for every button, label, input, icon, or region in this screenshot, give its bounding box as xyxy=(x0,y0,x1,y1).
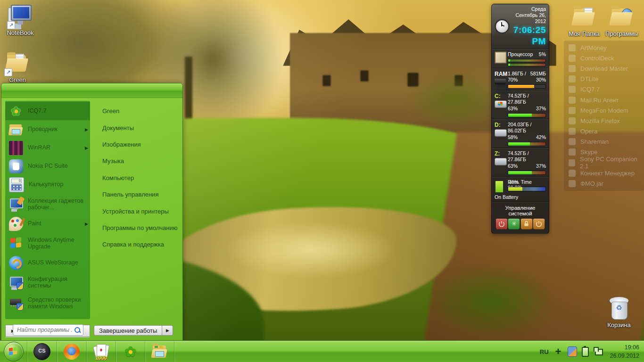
shutdown-button[interactable]: Завершение работы xyxy=(94,325,162,336)
asus-webstorage-icon xyxy=(9,256,23,270)
taskbar-item-icq[interactable]: ✿ xyxy=(116,341,145,362)
start-menu-item-icq[interactable]: ✿ ICQ7.7 xyxy=(5,102,90,120)
taskbar-item-counter-strike[interactable] xyxy=(27,341,57,362)
gadget-clock-section: Среда Сентябрь 26, 2012 7:06:25 PM xyxy=(492,4,549,49)
tray-battery-icon[interactable] xyxy=(582,347,589,357)
ghost-list-item[interactable]: Коннект Менеджер xyxy=(564,168,644,178)
item-label: Green xyxy=(102,107,119,115)
taskbar-clock[interactable]: 19:06 26.09.2012 xyxy=(610,343,639,360)
start-menu-documents[interactable]: Документы xyxy=(94,119,180,136)
open-folder-documents-icon xyxy=(572,5,596,29)
icq-flower-icon: ✿ xyxy=(123,344,139,360)
desktop-icon-notebook[interactable]: ↗ NoteBook xyxy=(0,4,41,36)
tray-network-icon[interactable] xyxy=(594,347,603,356)
clock-time: 19:06 xyxy=(610,343,639,352)
search-input[interactable] xyxy=(13,327,74,333)
language-indicator[interactable]: RU xyxy=(540,348,549,355)
explorer-folder-icon xyxy=(9,123,23,137)
desktop-icon-recycle-bin[interactable]: ♻ Корзина xyxy=(599,296,639,329)
item-label: Windows Anytime Upgrade xyxy=(28,237,88,250)
cpu-value: 5% xyxy=(539,51,546,58)
taskbar-item-explorer[interactable] xyxy=(145,341,174,362)
restart-button[interactable]: ✳ xyxy=(508,218,520,230)
desktop-icon-green[interactable]: ↗ Green xyxy=(0,51,38,83)
shutdown-options-arrow[interactable]: ▶ xyxy=(162,325,173,336)
ghost-item-label: ControlDeck xyxy=(580,55,614,62)
drive-sizes: 204.03ГБ / 86.02ГБ xyxy=(508,122,546,134)
start-button[interactable] xyxy=(0,341,27,362)
ghost-item-label: ICQ7.7 xyxy=(580,86,600,93)
drive-letter: D: xyxy=(495,122,501,128)
ghost-list-item[interactable]: DTLite xyxy=(564,74,644,84)
ghost-list-item[interactable]: ICQ7.7 xyxy=(564,84,644,95)
ghost-list-item[interactable]: ControlDeck xyxy=(564,53,644,63)
taskbar-item-firefox[interactable] xyxy=(57,341,87,362)
app-icon xyxy=(569,128,576,135)
paint-palette-icon xyxy=(9,217,23,231)
ghost-list-item[interactable]: Shareman xyxy=(564,137,644,147)
show-hidden-icons-button[interactable]: + xyxy=(555,347,561,356)
start-menu-user-folder[interactable]: Green xyxy=(94,103,180,119)
ghost-list-item[interactable]: Opera xyxy=(564,126,644,137)
shortcut-arrow-icon: ↗ xyxy=(7,21,15,29)
start-menu-control-panel[interactable]: Панель управления xyxy=(94,186,180,203)
start-menu-item-calculator[interactable]: Калькулятор xyxy=(5,175,90,194)
ghost-item-label: Shareman xyxy=(580,138,609,145)
ghost-list-item[interactable]: Mail.Ru Агент xyxy=(564,95,644,105)
item-label: ICQ7.7 xyxy=(28,107,88,114)
battery-bar xyxy=(508,187,546,191)
standby-power-icon xyxy=(536,221,542,227)
drive-used-pct: 63% xyxy=(508,106,518,112)
start-menu-music[interactable]: Музыка xyxy=(94,153,180,169)
start-menu-item-asus-webstorage[interactable]: ASUS WebStorage xyxy=(5,254,90,272)
app-icon xyxy=(569,97,576,104)
ghost-list-item[interactable]: Mozilla Firefox xyxy=(564,115,644,126)
start-menu-item-gadgets[interactable]: Коллекция гаджетов рабочег... xyxy=(5,194,90,214)
shutdown-label: Завершение работы xyxy=(99,327,157,334)
gadget-drive-c-section: C: 74.52ГБ / 27.86ГБ 63%37% xyxy=(492,90,549,119)
ram-bar xyxy=(508,84,546,89)
start-menu-item-nokia[interactable]: Nokia PC Suite xyxy=(5,157,90,175)
shutdown-button[interactable] xyxy=(495,218,508,230)
ram-chip-icon xyxy=(495,79,506,83)
start-menu-item-explorer[interactable]: Проводник ▶ xyxy=(5,120,90,139)
app-icon xyxy=(569,86,576,93)
desktop-icon-my-folder[interactable]: Моя Папка xyxy=(564,5,604,37)
desktop-icon-programs[interactable]: Программы xyxy=(602,5,642,37)
ghost-item-label: Skype xyxy=(580,148,597,156)
search-icon[interactable] xyxy=(74,327,80,333)
ghost-list-item[interactable]: ФМО.jar xyxy=(564,178,644,189)
ghost-item-label: DTLite xyxy=(580,75,598,82)
drive-z-icon xyxy=(495,158,507,165)
start-menu-right-list: Green Документы Изображения Музыка Компь… xyxy=(94,103,180,253)
search-box[interactable] xyxy=(13,324,83,336)
cpu-chip-icon xyxy=(495,51,507,64)
start-menu-item-anytime-upgrade[interactable]: Windows Anytime Upgrade xyxy=(5,233,90,254)
start-menu-computer[interactable]: Компьютер xyxy=(94,170,180,186)
start-menu-default-programs[interactable]: Программы по умолчанию xyxy=(94,220,180,236)
drive-free-pct: 37% xyxy=(536,106,546,112)
start-menu-item-paint[interactable]: Paint ▶ xyxy=(5,214,90,233)
start-menu-devices-printers[interactable]: Устройства и принтеры xyxy=(94,203,180,219)
start-menu-help-support[interactable]: Справка и поддержка xyxy=(94,236,180,253)
lock-button[interactable] xyxy=(520,218,533,230)
start-menu-item-winrar[interactable]: WinRAR ▶ xyxy=(5,139,90,157)
standby-button[interactable] xyxy=(533,218,545,230)
ghost-list-item[interactable]: Sony PC Companion 2.1 xyxy=(564,157,644,168)
ghost-list-item[interactable]: ArtMoney xyxy=(564,42,644,53)
ghost-list-item[interactable]: MegaFon Modem xyxy=(564,105,644,115)
explorer-folder-icon xyxy=(152,344,168,360)
gadget-weekday: Среда xyxy=(510,6,546,12)
windows-flag-icon xyxy=(9,236,23,250)
drive-used-pct: 63% xyxy=(508,163,518,170)
start-menu-item-memory-check[interactable]: Средство проверки памяти Windows xyxy=(5,293,90,313)
start-menu-pictures[interactable]: Изображения xyxy=(94,136,180,153)
control-title: Управление системой xyxy=(495,204,546,218)
drive-sizes: 74.52ГБ / 27.86ГБ xyxy=(508,150,546,163)
desktop-gadgets-icon xyxy=(9,197,23,211)
start-menu-item-system-config[interactable]: Конфигурация системы xyxy=(5,272,90,293)
taskbar-item-card-game[interactable]: ♦ ♦ ♦ 1000 xyxy=(87,341,116,362)
ghost-item-label: ФМО.jar xyxy=(580,180,603,187)
tray-app-icon[interactable] xyxy=(568,346,577,357)
ghost-list-item[interactable]: Download Master xyxy=(564,63,644,74)
